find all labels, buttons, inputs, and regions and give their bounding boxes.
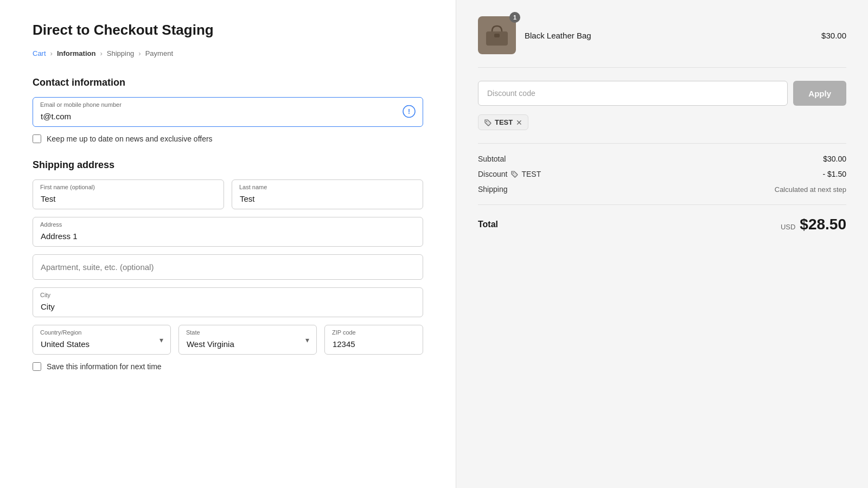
left-panel: Direct to Checkout Staging Cart › Inform…: [0, 0, 456, 488]
svg-point-5: [513, 172, 514, 174]
product-image: [478, 16, 516, 54]
first-name-input[interactable]: [33, 179, 224, 209]
breadcrumb-sep-1: ›: [50, 49, 53, 57]
city-input[interactable]: [33, 287, 423, 317]
state-select[interactable]: West Virginia: [178, 325, 317, 355]
discount-tag-code: TEST: [495, 118, 513, 126]
password-manager-icon: !: [403, 105, 416, 119]
svg-rect-3: [494, 34, 500, 37]
product-name: Black Leather Bag: [525, 31, 813, 40]
breadcrumb-cart[interactable]: Cart: [33, 49, 46, 57]
subtotal-line: Subtotal $30.00: [478, 155, 846, 163]
product-price: $30.00: [821, 31, 846, 40]
apt-input[interactable]: [33, 254, 423, 280]
discount-value: - $1.50: [822, 170, 846, 178]
discount-label-text: Discount: [478, 170, 507, 178]
breadcrumb-information: Information: [57, 49, 96, 57]
address-group: Address: [33, 217, 423, 247]
email-input[interactable]: [33, 97, 423, 127]
right-panel: 1 Black Leather Bag $30.00 Apply TEST ✕ …: [456, 0, 868, 488]
svg-point-4: [486, 121, 487, 122]
product-row: 1 Black Leather Bag $30.00: [478, 16, 846, 68]
breadcrumb-payment: Payment: [145, 49, 173, 57]
newsletter-row: Keep me up to date on news and exclusive…: [33, 134, 423, 143]
discount-row: Apply: [478, 81, 846, 106]
newsletter-label[interactable]: Keep me up to date on news and exclusive…: [47, 134, 213, 143]
breadcrumb: Cart › Information › Shipping › Payment: [33, 49, 423, 57]
discount-tag-icon: [510, 170, 518, 178]
svg-rect-2: [486, 31, 508, 46]
breadcrumb-sep-2: ›: [100, 49, 102, 57]
breadcrumb-sep-3: ›: [138, 49, 141, 57]
country-group: Country/Region United States ▾: [33, 325, 171, 355]
discount-tag: TEST ✕: [478, 114, 528, 130]
contact-section-title: Contact information: [33, 77, 423, 88]
discount-line: Discount TEST - $1.50: [478, 170, 846, 178]
total-label: Total: [478, 220, 498, 229]
city-group: City: [33, 287, 423, 317]
shipping-line: Shipping Calculated at next step: [478, 185, 846, 194]
email-field-group: Email or mobile phone number !: [33, 97, 423, 127]
svg-text:!: !: [408, 107, 410, 115]
first-name-group: First name (optional): [33, 179, 224, 209]
save-info-row: Save this information for next time: [33, 362, 423, 371]
subtotal-label: Subtotal: [478, 155, 506, 163]
product-quantity-badge: 1: [509, 12, 520, 23]
shipping-value: Calculated at next step: [775, 185, 846, 194]
last-name-group: Last name: [232, 179, 423, 209]
apt-group: [33, 254, 423, 280]
total-right: USD $28.50: [781, 216, 846, 233]
discount-code-applied: TEST: [521, 170, 541, 178]
remove-discount-button[interactable]: ✕: [516, 119, 522, 126]
zip-group: ZIP code: [324, 325, 423, 355]
product-image-wrap: 1: [478, 16, 516, 54]
tag-icon: [484, 119, 492, 126]
discount-label-group: Discount TEST: [478, 170, 541, 178]
save-info-label[interactable]: Save this information for next time: [47, 362, 162, 371]
newsletter-checkbox[interactable]: [33, 134, 41, 143]
shipping-section-title: Shipping address: [33, 159, 423, 171]
apply-discount-button[interactable]: Apply: [793, 81, 846, 106]
name-row: First name (optional) Last name: [33, 179, 423, 209]
shipping-label: Shipping: [478, 185, 508, 194]
zip-input[interactable]: [324, 325, 423, 355]
summary-divider: [478, 143, 846, 144]
region-row: Country/Region United States ▾ State Wes…: [33, 325, 423, 355]
total-currency: USD: [781, 223, 795, 231]
save-info-checkbox[interactable]: [33, 362, 41, 371]
state-group: State West Virginia ▾: [178, 325, 317, 355]
page-title: Direct to Checkout Staging: [33, 22, 423, 38]
total-line: Total USD $28.50: [478, 204, 846, 233]
address-input[interactable]: [33, 217, 423, 247]
last-name-input[interactable]: [232, 179, 423, 209]
country-select[interactable]: United States: [33, 325, 171, 355]
breadcrumb-shipping: Shipping: [107, 49, 135, 57]
discount-code-input[interactable]: [478, 81, 788, 106]
total-amount: $28.50: [800, 216, 846, 233]
applied-discount-tag-row: TEST ✕: [478, 114, 846, 130]
subtotal-value: $30.00: [823, 155, 846, 163]
